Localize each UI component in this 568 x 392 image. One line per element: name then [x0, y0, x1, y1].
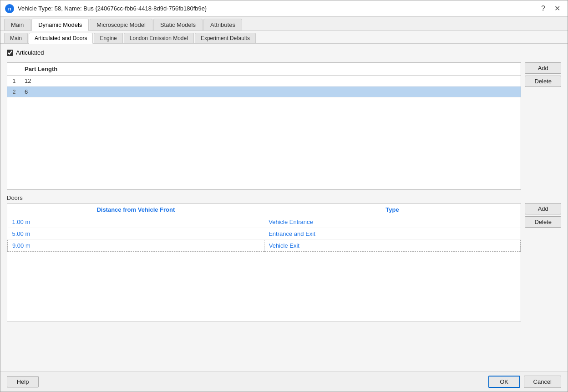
- close-button[interactable]: ✕: [552, 3, 563, 14]
- row-part-length-2: 6: [21, 87, 521, 97]
- table-row[interactable]: 9.00 m Vehicle Exit: [8, 240, 521, 252]
- inner-tab-london-emission[interactable]: London Emission Model: [124, 33, 194, 43]
- doors-table-container: Distance from Vehicle Front Type 1.00 m …: [7, 203, 521, 321]
- table-row[interactable]: 5.00 m Entrance and Exit: [8, 228, 521, 240]
- part-length-table-container: Part Length 1 12 2 6: [7, 62, 521, 190]
- delete-door-button[interactable]: Delete: [525, 216, 561, 228]
- app-icon: n: [5, 4, 14, 13]
- title-bar-right: ? ✕: [538, 3, 563, 14]
- row-num-1: 1: [7, 76, 21, 87]
- col-num: [7, 63, 21, 76]
- inner-tab-articulated-doors[interactable]: Articulated and Doors: [29, 33, 93, 44]
- inner-tab-engine[interactable]: Engine: [94, 33, 122, 43]
- part-length-buttons: Add Delete: [525, 62, 561, 87]
- door-distance-1: 1.00 m: [8, 216, 264, 228]
- door-distance-2: 5.00 m: [8, 228, 264, 240]
- table-row[interactable]: 1 12: [7, 76, 521, 87]
- main-window: n Vehicle Type: 58, Name: Bus {240676cc-…: [0, 0, 568, 392]
- table-row[interactable]: 2 6: [7, 87, 521, 97]
- add-part-button[interactable]: Add: [525, 62, 561, 74]
- table-row[interactable]: 1.00 m Vehicle Entrance: [8, 216, 521, 228]
- cancel-button[interactable]: Cancel: [524, 376, 561, 388]
- tab-static-models[interactable]: Static Models: [153, 19, 203, 31]
- window-title: Vehicle Type: 58, Name: Bus {240676cc-fb…: [18, 5, 207, 12]
- doors-table: Distance from Vehicle Front Type 1.00 m …: [7, 204, 521, 252]
- doors-buttons: Add Delete: [525, 203, 561, 228]
- ok-button[interactable]: OK: [488, 376, 520, 388]
- col-type: Type: [264, 204, 521, 216]
- articulated-row: Articulated: [7, 49, 561, 56]
- inner-tab-experiment-defaults[interactable]: Experiment Defaults: [195, 33, 256, 43]
- row-num-2: 2: [7, 87, 21, 97]
- door-distance-3: 9.00 m: [8, 240, 264, 252]
- door-type-1: Vehicle Entrance: [264, 216, 521, 228]
- part-length-panel: Part Length 1 12 2 6: [7, 62, 561, 190]
- tab-microscopic-model[interactable]: Microscopic Model: [90, 19, 152, 31]
- articulated-label: Articulated: [16, 49, 44, 56]
- content-area: Articulated Part Length 1 12: [0, 44, 568, 372]
- col-part-length: Part Length: [21, 63, 521, 76]
- row-part-length-1: 12: [21, 76, 521, 87]
- footer: Help OK Cancel: [0, 372, 568, 392]
- articulated-checkbox[interactable]: [7, 50, 13, 56]
- footer-right: OK Cancel: [488, 376, 561, 388]
- tab-attributes[interactable]: Attributes: [203, 19, 242, 31]
- door-type-3: Vehicle Exit: [264, 240, 521, 252]
- tab-main-top[interactable]: Main: [4, 19, 30, 31]
- inner-tab-main[interactable]: Main: [4, 33, 28, 43]
- title-bar: n Vehicle Type: 58, Name: Bus {240676cc-…: [0, 0, 568, 17]
- add-door-button[interactable]: Add: [525, 203, 561, 214]
- help-button[interactable]: Help: [7, 376, 39, 387]
- doors-panel: Distance from Vehicle Front Type 1.00 m …: [7, 203, 561, 321]
- help-title-button[interactable]: ?: [538, 4, 548, 14]
- door-type-2: Entrance and Exit: [264, 228, 521, 240]
- tab-dynamic-models[interactable]: Dynamic Models: [31, 19, 89, 31]
- delete-part-button[interactable]: Delete: [525, 76, 561, 87]
- doors-label: Doors: [7, 194, 561, 201]
- inner-tab-bar: Main Articulated and Doors Engine London…: [0, 31, 568, 44]
- top-tab-bar: Main Dynamic Models Microscopic Model St…: [0, 17, 568, 31]
- part-length-table: Part Length 1 12 2 6: [7, 63, 521, 97]
- col-distance: Distance from Vehicle Front: [8, 204, 264, 216]
- doors-section: Doors Distance from Vehicle Front Type 1…: [7, 194, 561, 321]
- title-bar-left: n Vehicle Type: 58, Name: Bus {240676cc-…: [5, 4, 207, 13]
